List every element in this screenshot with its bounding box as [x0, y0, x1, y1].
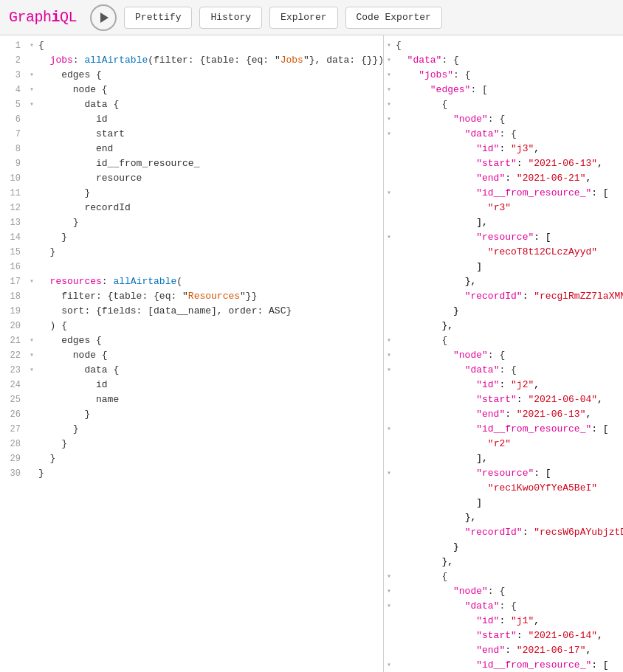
fold-arrow[interactable]: ▾: [384, 599, 394, 614]
token: }: [38, 468, 44, 479]
fold-arrow[interactable]: ▾: [27, 274, 37, 289]
line-content: filter: {table: {eq: "Resources"}}: [37, 289, 383, 304]
line-content: data {: [37, 363, 383, 378]
fold-arrow: [27, 201, 37, 215]
line-number: 26: [0, 407, 27, 422]
token: (filter: {table: {eq: ": [148, 55, 280, 66]
fold-arrow[interactable]: ▾: [384, 53, 394, 68]
history-button[interactable]: History: [199, 7, 262, 29]
token: [396, 659, 476, 671]
token: : [: [534, 232, 551, 243]
response-line-7: ▾ "data": {: [384, 127, 623, 142]
line-number: 18: [0, 289, 27, 304]
token: filter: {table: {eq: ": [38, 291, 188, 302]
response-line-12: "r3": [384, 201, 623, 215]
fold-arrow[interactable]: ▾: [384, 127, 394, 142]
code-line-2: 2 jobs: allAirtable(filter: {table: {eq:…: [0, 53, 383, 68]
code-line-16: 16: [0, 260, 383, 274]
response-line-content: "data": {: [394, 599, 623, 614]
fold-arrow[interactable]: ▾: [384, 466, 394, 481]
response-code-area[interactable]: ▾{▾ "data": {▾ "jobs": {▾ "edges": [▾ {▾…: [384, 35, 623, 672]
token: : {: [499, 128, 516, 139]
explorer-button[interactable]: Explorer: [269, 7, 337, 29]
response-line-35: }: [384, 540, 623, 555]
line-number: 27: [0, 422, 27, 437]
fold-arrow[interactable]: ▾: [27, 38, 37, 53]
response-line-content: "r3": [394, 201, 623, 215]
line-content: edges {: [37, 68, 383, 83]
fold-arrow[interactable]: ▾: [384, 584, 394, 599]
token: "recglRmZZ7laXMNAU": [534, 291, 623, 302]
line-content: }: [37, 407, 383, 422]
response-line-39: ▾ "data": {: [384, 599, 623, 614]
fold-arrow[interactable]: ▾: [384, 569, 394, 584]
token: resource: [38, 173, 142, 184]
response-line-22: ▾ "node": {: [384, 348, 623, 363]
fold-arrow[interactable]: ▾: [384, 658, 394, 672]
fold-arrow[interactable]: ▾: [27, 68, 37, 83]
query-code-area[interactable]: 1▾{2 jobs: allAirtable(filter: {table: {…: [0, 35, 383, 672]
fold-arrow: [27, 304, 37, 319]
line-number: 16: [0, 260, 27, 274]
fold-arrow[interactable]: ▾: [27, 348, 37, 363]
token: [396, 143, 476, 154]
fold-arrow: [27, 142, 37, 156]
fold-arrow: [27, 230, 37, 245]
token: ,: [585, 173, 591, 184]
run-button[interactable]: [90, 4, 117, 31]
fold-arrow[interactable]: ▾: [27, 97, 37, 112]
fold-arrow[interactable]: ▾: [27, 83, 37, 97]
response-line-20: },: [384, 319, 623, 333]
fold-arrow[interactable]: ▾: [384, 97, 394, 112]
token: [396, 482, 488, 493]
token: "start": [476, 630, 517, 641]
token: ,: [597, 394, 603, 405]
fold-arrow[interactable]: ▾: [384, 363, 394, 378]
fold-arrow[interactable]: ▾: [27, 333, 37, 348]
token: "2021-06-14": [528, 630, 597, 641]
token: {: [396, 40, 402, 51]
token: resources: [38, 276, 102, 287]
response-line-40: "id": "j1",: [384, 614, 623, 628]
line-number: 12: [0, 201, 27, 215]
fold-arrow[interactable]: ▾: [384, 348, 394, 363]
fold-arrow[interactable]: ▾: [384, 230, 394, 245]
token: ,: [534, 379, 540, 390]
query-editor[interactable]: 1▾{2 jobs: allAirtable(filter: {table: {…: [0, 35, 384, 672]
code-exporter-button[interactable]: Code Exporter: [345, 7, 442, 29]
fold-arrow: [27, 319, 37, 333]
fold-arrow: [384, 260, 394, 274]
token: "jobs": [419, 69, 453, 80]
fold-arrow: [384, 481, 394, 496]
response-line-2: ▾ "data": {: [384, 53, 623, 68]
fold-arrow[interactable]: ▾: [384, 68, 394, 83]
code-line-7: 7 start: [0, 127, 383, 142]
token: [396, 114, 453, 125]
response-line-29: ],: [384, 451, 623, 466]
line-content: id__from_resource_: [37, 156, 383, 171]
fold-arrow[interactable]: ▾: [384, 38, 394, 53]
token: "resource": [476, 232, 534, 243]
fold-arrow[interactable]: ▾: [27, 363, 37, 378]
response-line-3: ▾ "jobs": {: [384, 68, 623, 83]
fold-arrow[interactable]: ▾: [384, 333, 394, 348]
response-line-21: ▾ {: [384, 333, 623, 348]
token: {: [441, 335, 447, 346]
fold-arrow[interactable]: ▾: [384, 83, 394, 97]
token: :: [73, 55, 85, 66]
token: [396, 364, 465, 375]
token: "2021-06-13": [517, 409, 586, 420]
fold-arrow[interactable]: ▾: [384, 112, 394, 127]
fold-arrow: [384, 304, 394, 319]
token: "node": [453, 350, 488, 361]
line-number: 13: [0, 215, 27, 230]
token: [396, 468, 476, 479]
prettify-button[interactable]: Prettify: [124, 7, 192, 29]
token: id__from_resource_: [38, 158, 199, 169]
fold-arrow: [27, 186, 37, 201]
fold-arrow[interactable]: ▾: [384, 186, 394, 201]
response-line-content: "resource": [: [394, 466, 623, 481]
fold-arrow[interactable]: ▾: [384, 422, 394, 437]
token: "recordId": [465, 527, 523, 538]
response-panel[interactable]: ▾{▾ "data": {▾ "jobs": {▾ "edges": [▾ {▾…: [384, 35, 623, 672]
